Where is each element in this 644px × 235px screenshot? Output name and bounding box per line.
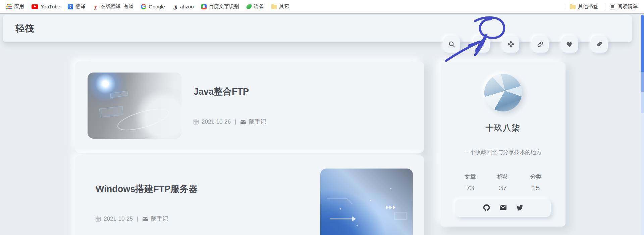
post-title[interactable]: Windows搭建FTP服务器: [96, 183, 198, 195]
clover-button[interactable]: [502, 36, 519, 53]
bookmark-youtube[interactable]: YouTube: [29, 2, 63, 11]
twitter-link[interactable]: [516, 204, 524, 213]
yuque-icon: [246, 4, 252, 10]
post-meta: 2021-10-26 | 随手记: [193, 118, 266, 126]
reading-list-icon: [610, 4, 615, 9]
bookmark-label: ahzoo: [180, 4, 194, 9]
google-icon: [141, 4, 146, 9]
github-icon: [483, 204, 490, 213]
post-card-windows-ftp[interactable]: Windows搭建FTP服务器 2021-10-25 | 随手记: [75, 155, 424, 235]
post-date: 2021-10-26: [202, 119, 231, 125]
comment-icon: [478, 41, 485, 48]
apps-grid-icon: [6, 4, 12, 9]
stat-label: 分类: [527, 173, 545, 181]
category-icon: [240, 119, 246, 125]
bookmarks-bar: 应用 YouTube 翻译 在线翻译_有道 Google ahzoo 百度文字识…: [0, 0, 644, 14]
meta-separator: |: [235, 119, 236, 125]
post-thumbnail: [88, 73, 181, 139]
bookmark-translate[interactable]: 翻译: [65, 2, 89, 11]
stat-label: 标签: [494, 173, 513, 181]
scrollbar-thumb[interactable]: [641, 15, 644, 113]
folder-icon: [271, 5, 277, 9]
bookmark-label: 其它: [279, 3, 289, 10]
leaf-icon: [596, 41, 603, 48]
heart-button[interactable]: [561, 36, 578, 53]
avatar[interactable]: [484, 74, 522, 111]
site-header: 轻筏: [3, 15, 632, 42]
category-icon: [142, 216, 148, 222]
meta-separator: |: [137, 216, 138, 222]
post-category[interactable]: 随手记: [249, 118, 266, 126]
post-title[interactable]: Java整合FTP: [194, 86, 249, 98]
bookmark-yuque[interactable]: 语雀: [244, 2, 267, 11]
email-link[interactable]: [499, 203, 507, 213]
stat-value: 37: [494, 184, 513, 192]
stat-value: 15: [527, 184, 545, 192]
reading-list-button[interactable]: 阅读清单: [607, 2, 641, 11]
post-meta: 2021-10-25 | 随手记: [95, 215, 168, 223]
leaf-button[interactable]: [591, 36, 608, 53]
search-button[interactable]: [443, 36, 460, 53]
site-logo[interactable]: 轻筏: [15, 22, 34, 35]
stat-tags[interactable]: 标签 37: [494, 173, 513, 192]
bookmark-apps[interactable]: 应用: [3, 2, 27, 11]
bookmark-ahzoo[interactable]: ahzoo: [169, 2, 197, 11]
post-date: 2021-10-25: [104, 216, 133, 222]
bookmark-baidu-ocr[interactable]: 百度文字识别: [198, 2, 242, 11]
divider: [564, 3, 564, 10]
post-thumbnail: [320, 169, 413, 235]
bookmark-label: 应用: [14, 3, 24, 10]
heart-icon: [566, 41, 574, 48]
bookmark-label: 翻译: [75, 3, 86, 10]
link-icon: [537, 41, 544, 48]
other-bookmarks-label: 其他书签: [578, 3, 598, 10]
twitter-icon: [516, 204, 524, 213]
stat-articles[interactable]: 文章 73: [461, 173, 480, 192]
bookmark-label: Google: [149, 4, 165, 9]
calendar-icon: [95, 216, 101, 222]
bookmark-label: 百度文字识别: [209, 3, 239, 10]
ahzoo-icon: [172, 4, 178, 9]
bookmark-other[interactable]: 其它: [268, 2, 292, 11]
profile-name: 十玖八柒: [440, 123, 566, 133]
planet-ring-decoration: [115, 104, 171, 135]
callout-decoration: [110, 91, 128, 98]
baidu-ocr-icon: [201, 4, 207, 9]
comment-button[interactable]: [473, 36, 490, 53]
other-bookmarks-button[interactable]: 其他书签: [567, 2, 601, 11]
profile-stats: 文章 73 标签 37 分类 15: [440, 173, 566, 192]
profile-bio: 一个收藏回忆与分享技术的地方: [440, 149, 566, 156]
folder-icon: [570, 5, 576, 9]
link-button[interactable]: [532, 36, 549, 53]
youdao-icon: [93, 4, 98, 9]
post-card-java-ftp[interactable]: Java整合FTP 2021-10-26 | 随手记: [75, 61, 424, 153]
bookmark-label: 在线翻译_有道: [101, 3, 133, 10]
header-buttons: [443, 36, 608, 53]
bookmark-label: YouTube: [41, 4, 60, 9]
bookmarks-left: 应用 YouTube 翻译 在线翻译_有道 Google ahzoo 百度文字识…: [3, 2, 292, 11]
bookmark-youdao[interactable]: 在线翻译_有道: [90, 2, 137, 11]
scrollbar-track[interactable]: [641, 14, 644, 235]
youtube-icon: [32, 4, 38, 9]
translate-icon: [68, 4, 73, 9]
bookmark-label: 语雀: [254, 3, 264, 10]
post-category[interactable]: 随手记: [151, 215, 168, 223]
reading-list-label: 阅读清单: [618, 3, 638, 10]
stat-value: 73: [461, 184, 480, 192]
clover-icon: [507, 41, 515, 48]
github-link[interactable]: [483, 204, 490, 213]
divider: [604, 3, 604, 10]
callout-decoration: [99, 106, 123, 117]
calendar-icon: [193, 119, 199, 125]
search-icon: [448, 41, 455, 48]
stat-categories[interactable]: 分类 15: [527, 173, 545, 192]
email-icon: [499, 203, 507, 213]
profile-card: 十玖八柒 一个收藏回忆与分享技术的地方 文章 73 标签 37 分类 15: [440, 62, 566, 227]
stat-label: 文章: [461, 173, 480, 181]
tech-arrows-decoration: [320, 169, 413, 235]
bookmark-google[interactable]: Google: [138, 2, 168, 11]
social-bar: [455, 199, 551, 217]
